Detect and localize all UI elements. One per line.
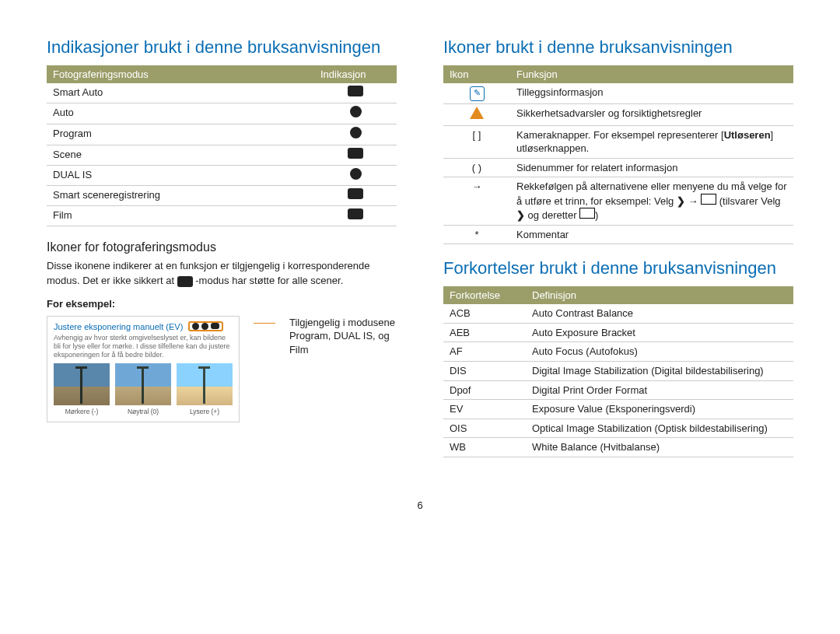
example-desc: Avhengig av hvor sterkt omgivelseslyset … xyxy=(54,334,233,359)
abbr-table: Forkortelse Definisjon ACBAuto Contrast … xyxy=(443,286,793,457)
mode-table: Fotograferingsmodus Indikasjon Smart Aut… xyxy=(47,65,397,226)
table-row: DpofDigital Print Order Format xyxy=(443,380,793,400)
right-column: Ikoner brukt i denne bruksanvisningen Ik… xyxy=(443,31,793,471)
heading-indikasjoner: Indikasjoner brukt i denne bruksanvisnin… xyxy=(47,37,397,58)
table-row: DISDigital Image Stabilization (Digital … xyxy=(443,362,793,381)
example-card: Justere eksponering manuelt (EV) Avhengi… xyxy=(47,316,240,422)
callout-text: Tilgjengelig i modusene Program, DUAL IS… xyxy=(289,316,397,357)
callout-line xyxy=(254,323,275,324)
note-icon: ✎ xyxy=(470,86,485,101)
film-icon xyxy=(348,208,363,219)
abbr-table-h1: Forkortelse xyxy=(443,286,526,304)
chevron-right-icon: ❯ xyxy=(677,195,685,207)
table-row: DUAL IS xyxy=(47,165,397,186)
table-row: → Rekkefølgen på alternativene eller men… xyxy=(443,177,793,226)
program-icon xyxy=(350,127,362,138)
parens-icon: ( ) xyxy=(443,158,510,177)
example-callout: Justere eksponering manuelt (EV) Avhengi… xyxy=(47,316,397,422)
example-title-row: Justere eksponering manuelt (EV) xyxy=(54,321,233,331)
table-row: Smart sceneregistrering xyxy=(47,186,397,206)
example-title: Justere eksponering manuelt (EV) xyxy=(54,322,183,331)
table-row: ✎ Tilleggsinformasjon xyxy=(443,83,793,104)
table-row: Auto xyxy=(47,103,397,124)
icons-table-h1: Ikon xyxy=(443,65,510,83)
table-row: Scene xyxy=(47,145,397,165)
program-icon xyxy=(192,323,199,330)
table-row: AEBAuto Exposure Bracket xyxy=(443,323,793,342)
film-icon xyxy=(211,323,219,329)
subheading-ikoner-modus: Ikoner for fotograferingsmodus xyxy=(47,240,397,254)
smart-scene-icon xyxy=(348,188,363,199)
auto-icon xyxy=(350,106,362,117)
mode-icon-paragraph: Disse ikonene indikerer at en funksjon e… xyxy=(47,259,397,289)
warning-icon xyxy=(470,107,484,119)
thumb: Nøytral (0) xyxy=(115,363,171,415)
table-row: ACBAuto Contrast Balance xyxy=(443,304,793,323)
table-row: AFAuto Focus (Autofokus) xyxy=(443,342,793,362)
table-row: ( ) Sidenummer for relatert informasjon xyxy=(443,158,793,177)
mode-table-h1: Fotograferingsmodus xyxy=(47,65,314,83)
thumb: Lysere (+) xyxy=(177,363,233,415)
asterisk-icon: * xyxy=(443,225,510,244)
smart-auto-icon xyxy=(348,86,363,96)
scene-icon xyxy=(177,276,193,287)
arrow-icon: → xyxy=(443,177,510,226)
mode-table-h2: Indikasjon xyxy=(314,65,397,83)
brackets-icon: [ ] xyxy=(443,125,510,158)
for-eksempel-label: For eksempel: xyxy=(47,298,397,310)
table-row: Smart Auto xyxy=(47,83,397,103)
dual-is-icon xyxy=(350,168,362,180)
table-row: OISOptical Image Stabilization (Optisk b… xyxy=(443,419,793,438)
menu-grid-icon xyxy=(701,194,716,205)
table-row: * Kommentar xyxy=(443,225,793,244)
table-row: EVExposure Value (Eksponeringsverdi) xyxy=(443,400,793,419)
menu-grid-icon xyxy=(579,208,595,219)
icons-table-h2: Funksjon xyxy=(510,65,793,83)
left-column: Indikasjoner brukt i denne bruksanvisnin… xyxy=(47,31,397,471)
icons-table: Ikon Funksjon ✎ Tilleggsinformasjon Sikk… xyxy=(443,65,793,244)
page-number: 6 xyxy=(47,499,793,511)
table-row: Film xyxy=(47,206,397,226)
example-thumbs: Mørkere (-) Nøytral (0) Lysere (+) xyxy=(54,363,233,415)
thumb: Mørkere (-) xyxy=(54,363,110,415)
scene-icon xyxy=(348,148,363,159)
table-row: WBWhite Balance (Hvitbalanse) xyxy=(443,438,793,457)
dual-is-icon xyxy=(201,323,208,330)
chevron-right-icon: ❯ xyxy=(516,209,525,221)
table-row: [ ] Kameraknapper. For eksempel represen… xyxy=(443,125,793,158)
abbr-table-h2: Definisjon xyxy=(526,286,793,304)
table-row: Sikkerhetsadvarsler og forsiktighetsregl… xyxy=(443,104,793,126)
heading-forkortelser: Forkortelser brukt i denne bruksanvisnin… xyxy=(443,258,793,278)
heading-ikoner: Ikoner brukt i denne bruksanvisningen xyxy=(443,37,793,58)
mode-icon-cluster xyxy=(188,321,223,331)
table-row: Program xyxy=(47,124,397,145)
